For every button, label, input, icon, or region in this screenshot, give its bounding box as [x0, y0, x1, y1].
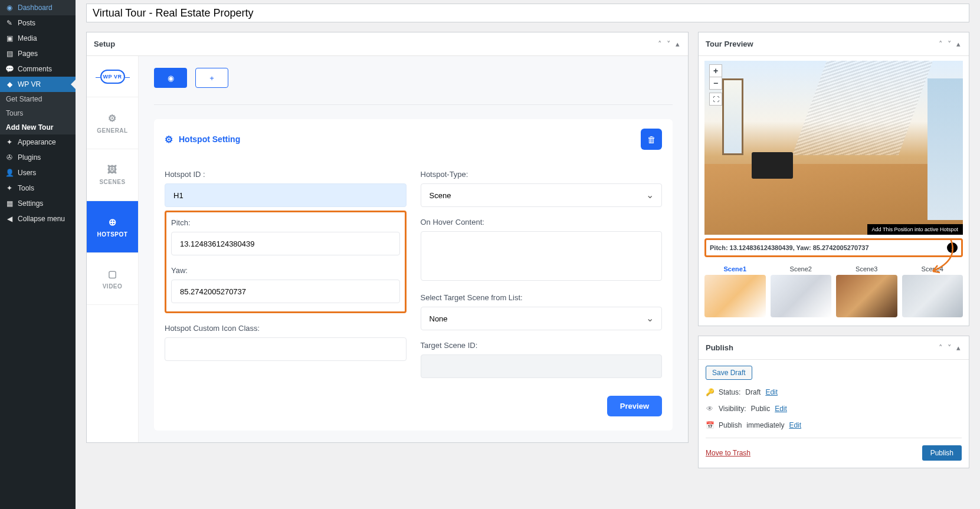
toggle-down-icon[interactable]: ˅ [946, 38, 953, 50]
pitch-input[interactable] [171, 232, 400, 255]
toggle-up-icon[interactable]: ˄ [938, 38, 944, 50]
setup-title: Setup [94, 40, 115, 48]
delete-hotspot-button[interactable]: 🗑 [641, 129, 662, 150]
save-draft-button[interactable]: Save Draft [706, 366, 752, 380]
toggle-down-icon[interactable]: ˅ [946, 342, 953, 353]
menu-dashboard[interactable]: ◉Dashboard [0, 0, 76, 15]
submenu-add-new-tour[interactable]: Add New Tour [0, 120, 76, 134]
calendar-icon: 📅 [706, 421, 714, 429]
icon-class-label: Hotspot Custom Icon Class: [165, 324, 407, 333]
publish-postbox: Publish ˄ ˅ ▴ Save Draft 🔑Status: Draft … [698, 336, 969, 468]
hotspot-type-select[interactable]: Scene [421, 183, 663, 207]
toggle-down-icon[interactable]: ˅ [666, 38, 672, 50]
toggle-up-icon[interactable]: ˄ [657, 38, 663, 50]
submenu-get-started[interactable]: Get Started [0, 92, 76, 106]
handle-icon[interactable]: ▴ [955, 342, 962, 353]
menu-comments[interactable]: 💬Comments [0, 61, 76, 77]
scene-thumb-1[interactable]: Scene1 [704, 265, 766, 317]
visibility-value: Public [750, 405, 770, 413]
menu-settings[interactable]: ▦Settings [0, 196, 76, 211]
hotspot-tab-add[interactable]: + [195, 68, 228, 88]
menu-label: Users [18, 169, 36, 177]
users-icon: 👤 [5, 169, 14, 177]
menu-collapse[interactable]: ◀Collapse menu [0, 211, 76, 226]
eye-icon: 👁 [706, 405, 714, 413]
scene-thumb-3[interactable]: Scene3 [836, 265, 897, 317]
zoom-out-button[interactable]: − [709, 77, 722, 90]
menu-label: Plugins [18, 153, 41, 162]
menu-pages[interactable]: ▤Pages [0, 46, 76, 61]
icon-class-input[interactable] [165, 337, 407, 361]
tools-icon: ✦ [5, 184, 14, 192]
move-to-trash-link[interactable]: Move to Trash [706, 449, 750, 457]
submenu-tours[interactable]: Tours [0, 106, 76, 120]
edit-schedule-link[interactable]: Edit [789, 421, 801, 429]
fullscreen-button[interactable]: ⛶ [709, 93, 722, 106]
menu-wpvr[interactable]: ◆WP VR [0, 77, 76, 92]
wpvr-icon: ◆ [5, 80, 14, 88]
collapse-icon: ◀ [5, 215, 14, 223]
hover-content-input[interactable] [421, 231, 663, 281]
zoom-in-button[interactable]: + [709, 64, 722, 77]
menu-posts[interactable]: ✎Posts [0, 15, 76, 31]
pages-icon: ▤ [5, 50, 14, 58]
menu-label: Collapse menu [18, 215, 65, 223]
hotspot-type-label: Hotspot-Type: [421, 170, 663, 179]
appearance-icon: ✦ [5, 138, 14, 146]
dashboard-icon: ◉ [5, 4, 14, 12]
vertical-tabs: WP VR ⚙GENERAL 🖼SCENES ⊕HOTSPOT ▢VIDEO [87, 56, 139, 442]
vtab-hotspot[interactable]: ⊕HOTSPOT [87, 201, 138, 253]
panorama-viewer[interactable]: + − ⛶ Add This Position into active Hots… [704, 61, 963, 235]
menu-label: Media [18, 34, 37, 42]
hotspot-setting-title: Hotspot Setting [179, 134, 240, 144]
scene-thumb-2[interactable]: Scene2 [771, 265, 832, 317]
handle-icon[interactable]: ▴ [955, 38, 962, 50]
publish-button[interactable]: Publish [922, 445, 962, 461]
plugins-icon: ✇ [5, 153, 14, 162]
vtab-video[interactable]: ▢VIDEO [87, 253, 138, 305]
vtab-scenes[interactable]: 🖼SCENES [87, 149, 138, 201]
target-scene-select[interactable]: None [421, 307, 663, 330]
setup-postbox: Setup ˄ ˅ ▴ WP VR ⚙GENERAL 🖼SCENES ⊕HOTS [86, 32, 689, 443]
image-icon: 🖼 [107, 165, 117, 175]
tour-title-input[interactable] [86, 4, 969, 22]
handle-icon[interactable]: ▴ [674, 38, 681, 50]
menu-media[interactable]: ▣Media [0, 31, 76, 46]
schedule-value: immediately [746, 421, 784, 429]
target-scene-list-label: Select Target Scene from List: [421, 293, 663, 302]
scene-thumb-4[interactable]: Scene4 [902, 265, 963, 317]
preview-button[interactable]: Preview [607, 396, 662, 416]
hotspot-id-input[interactable] [165, 183, 407, 207]
gear-icon: ⚙ [165, 134, 173, 145]
menu-label: WP VR [18, 80, 41, 88]
key-icon: 🔑 [706, 388, 714, 396]
toggle-up-icon[interactable]: ˄ [938, 342, 944, 353]
menu-plugins[interactable]: ✇Plugins [0, 150, 76, 165]
edit-visibility-link[interactable]: Edit [775, 405, 787, 413]
edit-status-link[interactable]: Edit [765, 388, 778, 396]
menu-tools[interactable]: ✦Tools [0, 180, 76, 196]
vtab-label: HOTSPOT [97, 231, 128, 238]
main-content: Setup ˄ ˅ ▴ WP VR ⚙GENERAL 🖼SCENES ⊕HOTS [76, 0, 980, 509]
vtab-label: SCENES [99, 179, 125, 185]
tour-preview-title: Tour Preview [706, 40, 753, 48]
menu-users[interactable]: 👤Users [0, 165, 76, 180]
vtab-logo: WP VR [87, 56, 138, 97]
scene-thumbnails: Scene1 Scene2 Scene3 Scene4 [704, 265, 963, 317]
target-scene-id-input[interactable] [421, 354, 663, 378]
yaw-label: Yaw: [171, 266, 400, 275]
vtab-label: GENERAL [97, 127, 127, 134]
pitch-yaw-display: Pitch: 13.124836124380439, Yaw: 85.27420… [704, 238, 963, 257]
add-position-button[interactable]: ↓ [947, 242, 958, 253]
menu-appearance[interactable]: ✦Appearance [0, 134, 76, 150]
hotspot-settings-card: ⚙ Hotspot Setting 🗑 Hotspot ID : [154, 119, 673, 431]
settings-icon: ▦ [5, 199, 14, 208]
add-position-tooltip: Add This Position into active Hotspot [867, 224, 963, 235]
setup-header: Setup ˄ ˅ ▴ [87, 32, 688, 56]
vtab-general[interactable]: ⚙GENERAL [87, 97, 138, 149]
yaw-input[interactable] [171, 280, 400, 303]
menu-label: Comments [18, 65, 52, 73]
schedule-label: Publish [719, 421, 742, 429]
target-scene-id-label: Target Scene ID: [421, 341, 663, 350]
hotspot-tab-current[interactable]: ◉ [154, 68, 187, 88]
